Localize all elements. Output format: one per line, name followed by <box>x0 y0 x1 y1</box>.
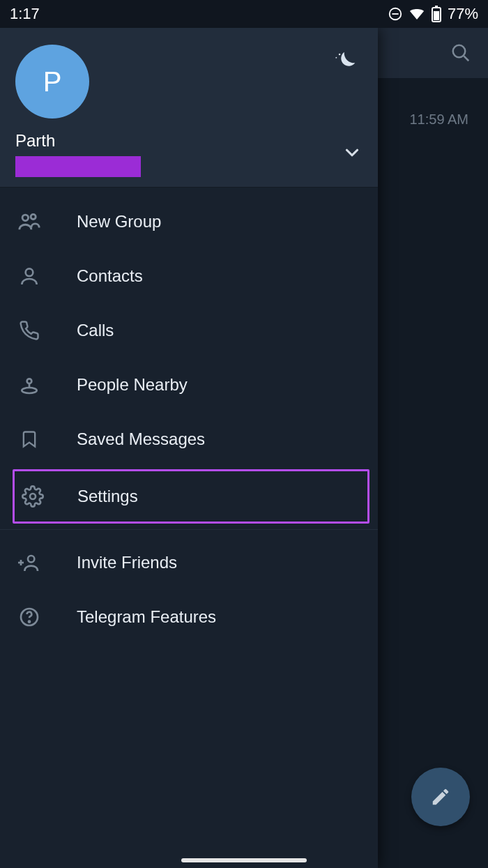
moon-icon <box>332 49 358 75</box>
search-icon[interactable] <box>450 43 471 63</box>
wifi-icon <box>409 7 425 21</box>
svg-point-11 <box>26 268 33 276</box>
status-bar: 1:17 77% <box>0 0 488 28</box>
add-person-icon <box>15 551 43 574</box>
menu-contacts[interactable]: Contacts <box>0 249 378 303</box>
svg-point-15 <box>28 556 34 562</box>
svg-point-5 <box>453 45 466 58</box>
night-mode-toggle[interactable] <box>332 49 358 78</box>
menu-label: Calls <box>77 321 114 340</box>
svg-point-10 <box>31 214 36 219</box>
chat-timestamp: 11:59 AM <box>409 112 468 128</box>
profile-name: Parth <box>15 131 141 151</box>
menu-people-nearby[interactable]: People Nearby <box>0 358 378 412</box>
do-not-disturb-icon <box>388 6 403 22</box>
drawer-header: P <box>0 28 378 131</box>
compose-fab[interactable] <box>411 768 470 826</box>
battery-icon <box>431 6 442 22</box>
gear-icon <box>19 485 47 508</box>
menu-label: Telegram Features <box>77 607 216 627</box>
expand-accounts[interactable] <box>342 142 363 166</box>
menu-saved-messages[interactable]: Saved Messages <box>0 412 378 466</box>
menu-label: Invite Friends <box>77 553 177 572</box>
svg-point-12 <box>27 379 32 383</box>
person-icon <box>15 265 43 287</box>
battery-percent: 77% <box>448 5 478 23</box>
status-icons: 77% <box>388 5 478 23</box>
navigation-drawer: P Parth New Group Contacts <box>0 28 378 868</box>
svg-point-8 <box>335 57 337 59</box>
avatar[interactable]: P <box>15 45 89 119</box>
home-indicator[interactable] <box>181 858 307 862</box>
menu-label: People Nearby <box>77 375 188 395</box>
profile-phone-redacted <box>15 156 141 177</box>
svg-point-13 <box>22 388 36 393</box>
menu-telegram-features[interactable]: Telegram Features <box>0 590 378 644</box>
menu-label: Settings <box>77 487 138 506</box>
menu-new-group[interactable]: New Group <box>0 195 378 249</box>
bookmark-icon <box>15 429 43 450</box>
svg-point-7 <box>339 54 341 56</box>
svg-rect-4 <box>434 11 439 20</box>
svg-point-14 <box>30 494 36 499</box>
pencil-icon <box>430 786 451 807</box>
menu-label: New Group <box>77 212 161 231</box>
status-time: 1:17 <box>10 5 40 23</box>
phone-icon <box>15 320 43 341</box>
account-selector[interactable]: Parth <box>0 131 378 188</box>
drawer-menu: New Group Contacts Calls People Nearby S <box>0 188 378 644</box>
chevron-down-icon <box>342 142 363 163</box>
svg-point-19 <box>29 621 30 623</box>
group-icon <box>15 210 43 234</box>
menu-label: Saved Messages <box>77 429 205 449</box>
menu-divider <box>0 529 378 530</box>
svg-point-9 <box>22 215 29 221</box>
svg-line-6 <box>464 56 468 61</box>
menu-settings[interactable]: Settings <box>13 469 369 524</box>
help-icon <box>15 606 43 628</box>
menu-label: Contacts <box>77 266 143 286</box>
svg-rect-3 <box>435 6 438 8</box>
menu-invite-friends[interactable]: Invite Friends <box>0 535 378 590</box>
nearby-icon <box>15 374 43 396</box>
menu-calls[interactable]: Calls <box>0 303 378 358</box>
avatar-initial: P <box>43 66 62 98</box>
